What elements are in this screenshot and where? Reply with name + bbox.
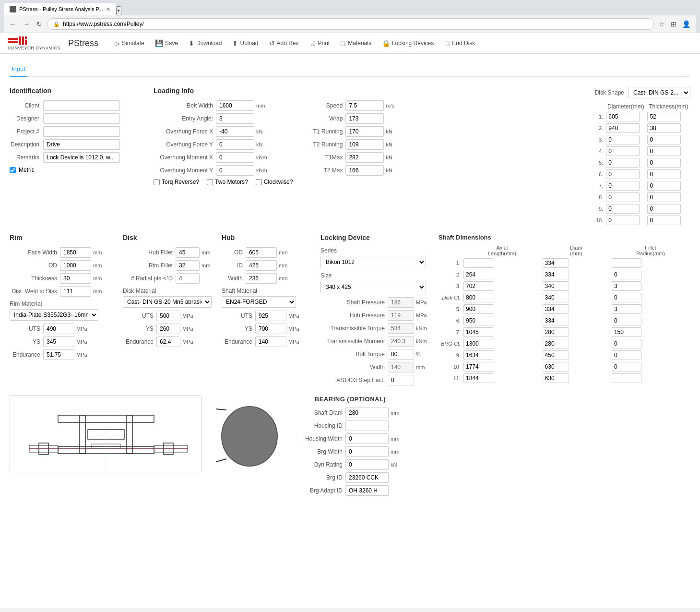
wrap-input[interactable]	[345, 113, 384, 124]
disk-diam-input[interactable]	[606, 169, 640, 179]
address-bar[interactable]: 🔒 https://www.pstress.com/Pulley/	[47, 18, 654, 30]
disk-uts-input[interactable]	[156, 311, 180, 321]
rim-uts-input[interactable]	[43, 324, 74, 334]
shaft-axial-input[interactable]	[463, 350, 493, 360]
shaft-diam-col-input[interactable]	[543, 327, 569, 337]
housing-width-input[interactable]	[345, 433, 389, 444]
disk-thick-input[interactable]	[647, 112, 681, 121]
project-input[interactable]	[43, 126, 120, 137]
hub-uts-input[interactable]	[255, 311, 286, 321]
brg-id-input[interactable]	[345, 472, 389, 483]
hub-ys-input[interactable]	[255, 324, 286, 334]
disk-diam-input[interactable]	[606, 146, 640, 156]
housing-id-input[interactable]	[345, 420, 389, 431]
forward-button[interactable]: →	[21, 18, 32, 30]
disk-thick-input[interactable]	[647, 158, 681, 168]
shaft-fillet-input[interactable]	[612, 373, 641, 383]
face-width-input[interactable]	[60, 247, 91, 258]
dist-weld-input[interactable]	[60, 286, 91, 297]
save-button[interactable]: 💾 Save	[150, 37, 183, 49]
shaft-fillet-input[interactable]	[612, 362, 641, 372]
locking-devices-button[interactable]: 🔒 Locking Devices	[377, 37, 439, 49]
description-input[interactable]	[43, 139, 120, 150]
client-input[interactable]	[43, 100, 120, 111]
radial-pts-input[interactable]	[176, 273, 200, 284]
disk-thick-input[interactable]	[647, 135, 681, 144]
disk-ys-input[interactable]	[156, 324, 180, 334]
shaft-axial-input[interactable]	[463, 327, 493, 337]
shaft-axial-input[interactable]	[463, 258, 493, 268]
active-tab[interactable]: PStress-- Pulley Stress Analysis P... ✕	[4, 3, 116, 15]
disk-endurance-input[interactable]	[156, 336, 180, 347]
bookmark-button[interactable]: ☆	[657, 18, 667, 30]
t2max-input[interactable]	[345, 165, 384, 176]
new-tab-button[interactable]: +	[116, 6, 122, 15]
shaft-fillet-input[interactable]	[612, 350, 641, 360]
shaft-axial-input[interactable]	[463, 270, 493, 279]
shaft-diam-col-input[interactable]	[543, 339, 569, 348]
clockwise-checkbox[interactable]	[256, 179, 262, 185]
shaft-material-dropdown[interactable]: EN24-FORGED	[222, 296, 296, 308]
brg-width-input[interactable]	[345, 446, 389, 457]
rim-endurance-input[interactable]	[43, 349, 74, 360]
overhung-y-input[interactable]	[216, 139, 254, 150]
rim-ys-input[interactable]	[43, 336, 74, 347]
shaft-axial-input[interactable]	[463, 339, 493, 348]
belt-width-input[interactable]	[216, 100, 254, 111]
rim-fillet-input[interactable]	[176, 260, 200, 271]
download-button[interactable]: ⬇ Download	[184, 37, 226, 49]
shaft-fillet-input[interactable]	[612, 258, 641, 268]
series-dropdown[interactable]: Bikon 1012	[320, 256, 426, 268]
upload-button[interactable]: ⬆ Upload	[227, 37, 263, 49]
extensions-button[interactable]: ⊞	[669, 18, 678, 30]
overhung-my-input[interactable]	[216, 165, 254, 176]
disk-thick-input[interactable]	[647, 169, 681, 179]
remarks-input[interactable]	[43, 152, 120, 163]
shaft-fillet-input[interactable]	[612, 281, 641, 291]
print-button[interactable]: 🖨 Print	[305, 37, 335, 49]
shaft-axial-input[interactable]	[463, 293, 493, 302]
t1max-input[interactable]	[345, 152, 384, 163]
as1403-input[interactable]	[388, 375, 414, 385]
disk-material-dropdown[interactable]: Cast- DIN GS-20 Mn5 abrasio...	[123, 296, 212, 308]
disk-thick-input[interactable]	[647, 181, 681, 191]
disk-diam-input[interactable]	[606, 216, 640, 225]
rim-od-input[interactable]	[60, 260, 91, 271]
disk-diam-input[interactable]	[606, 158, 640, 168]
shaft-axial-input[interactable]	[463, 281, 493, 291]
brg-adapt-input[interactable]	[345, 485, 389, 496]
size-dropdown[interactable]: 340 x 425	[320, 281, 426, 293]
shaft-diam-col-input[interactable]	[543, 270, 569, 279]
shaft-diam-col-input[interactable]	[543, 258, 569, 268]
disk-diam-input[interactable]	[606, 123, 640, 133]
materials-button[interactable]: ◻ Materials	[335, 37, 376, 49]
disk-diam-input[interactable]	[606, 135, 640, 144]
disk-thick-input[interactable]	[647, 192, 681, 202]
disk-diam-input[interactable]	[606, 204, 640, 214]
rim-material-dropdown[interactable]: India-Plate-S355J2G3--16mm-...	[10, 309, 98, 321]
shaft-axial-input[interactable]	[463, 373, 493, 383]
disk-thick-input[interactable]	[647, 123, 681, 133]
disk-diam-input[interactable]	[606, 192, 640, 202]
back-button[interactable]: ←	[8, 18, 18, 30]
shaft-fillet-input[interactable]	[612, 339, 641, 348]
overhung-x-input[interactable]	[216, 126, 254, 137]
shaft-fillet-input[interactable]	[612, 304, 641, 314]
torq-reverse-checkbox[interactable]	[154, 179, 160, 185]
add-rev-button[interactable]: ↺ Add Rev	[264, 37, 304, 49]
disk-thick-input[interactable]	[647, 204, 681, 214]
shaft-diam-col-input[interactable]	[543, 362, 569, 372]
simulate-button[interactable]: ▷ Simulate	[110, 37, 149, 49]
shaft-diam-col-input[interactable]	[543, 373, 569, 383]
rim-thickness-input[interactable]	[60, 273, 91, 284]
t2-running-input[interactable]	[345, 139, 384, 150]
tab-close-button[interactable]: ✕	[106, 6, 110, 12]
disk-diam-input[interactable]	[606, 181, 640, 191]
t1-running-input[interactable]	[345, 126, 384, 137]
dyn-rating-input[interactable]	[345, 459, 389, 470]
disk-shape-dropdown[interactable]: Cast- DIN GS-2...	[628, 87, 690, 98]
shaft-diam-col-input[interactable]	[543, 350, 569, 360]
shaft-diam-input[interactable]	[345, 408, 389, 418]
shaft-axial-input[interactable]	[463, 316, 493, 325]
shaft-diam-col-input[interactable]	[543, 281, 569, 291]
